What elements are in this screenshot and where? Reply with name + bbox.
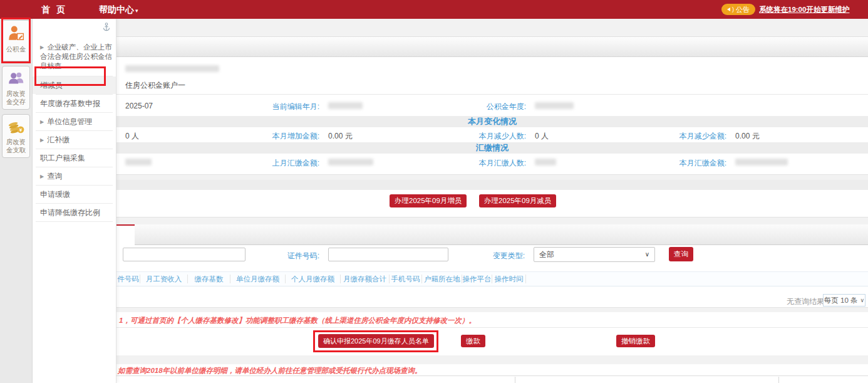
col-header[interactable]: 件号码	[116, 275, 140, 283]
add-amount-value: 0.00 元	[328, 131, 353, 142]
person-edit-icon	[8, 24, 25, 42]
menu-item-huibujiao[interactable]: ▶汇补缴	[33, 131, 116, 149]
remove-member-button[interactable]: 办理2025年09月减员	[479, 194, 556, 207]
menu-item-hukou-collect[interactable]: 职工户籍采集	[33, 149, 116, 167]
icon-sidebar: 公积金 房改资金交存 ¥ 房改资金支取	[0, 19, 33, 383]
coins-icon: ¥	[8, 118, 25, 135]
minus-amount-value: 0.00 元	[735, 131, 760, 142]
redacted-value	[328, 159, 373, 165]
account-panel: 住房公积金账户一	[116, 57, 868, 95]
add-count-value: 0 人	[125, 131, 139, 142]
chevron-down-icon: ∨	[860, 297, 865, 303]
redacted-value	[735, 159, 788, 165]
nav-home[interactable]: 首 页	[41, 0, 67, 19]
minus-amount-label: 本月减少金额:	[651, 131, 726, 142]
col-header[interactable]: 月工资收入	[140, 275, 188, 283]
chevron-down-icon: ▾	[135, 8, 138, 14]
confirm-declare-button[interactable]: 确认申报2025年09月缴存人员名单	[318, 334, 434, 348]
footer-table-top	[116, 375, 868, 383]
expand-arrow-icon: ▶	[40, 119, 44, 125]
fund-year-label: 公积金年度:	[451, 102, 526, 112]
redacted-company-name	[125, 65, 219, 72]
redacted-value	[125, 159, 152, 165]
member-panel-header-bar	[116, 180, 868, 190]
last-amount-label: 上月汇缴金额:	[244, 158, 319, 169]
pagination-row: 无查询结果 每页 10 条 ∨	[116, 293, 868, 308]
col-header[interactable]: 手机号码	[390, 275, 422, 283]
cur-count-label: 本月汇缴人数:	[451, 158, 526, 169]
menu-item-apply-lower-ratio[interactable]: 申请降低缴存比例	[33, 204, 116, 221]
menu-item-enterprise-check[interactable]: ▶企业破产、企业上市合法合规住房公积金信息核查	[33, 39, 116, 76]
add-member-button[interactable]: 办理2025年09月增员	[390, 194, 467, 207]
announcement-badge: ) 公告	[721, 4, 755, 15]
id-number-input[interactable]	[328, 248, 448, 261]
pay-button[interactable]: 缴款	[461, 335, 485, 347]
minus-count-label: 本月减少人数:	[451, 131, 526, 142]
panel-header-bar	[116, 36, 868, 57]
edit-month-row: 2025-07 当前编辑年月: 公积金年度:	[116, 95, 868, 116]
no-result-text: 无查询结果	[787, 296, 824, 307]
menu-item-query[interactable]: ▶查询	[33, 167, 116, 185]
per-page-select[interactable]: 每页 10 条 ∨	[823, 294, 865, 307]
cancel-pay-button[interactable]: 撤销缴款	[616, 335, 655, 347]
sidebar-item-label: 房改资金支取	[3, 137, 29, 157]
col-header[interactable]: 缴存基数	[188, 275, 230, 283]
expand-arrow-icon: ▶	[40, 174, 44, 179]
redacted-value	[535, 102, 574, 109]
edit-month-value: 2025-07	[125, 102, 153, 110]
col-header[interactable]: 操作平台	[462, 275, 492, 283]
cur-amount-label: 本月汇缴金额:	[651, 158, 726, 169]
expand-arrow-icon: ▶	[40, 45, 44, 50]
id-number-label: 证件号码:	[244, 251, 319, 261]
people-icon	[8, 70, 25, 87]
notice-text-2: 如需查询2018年以前单位缴存明细，请单位经办人前往任意管理部或受托银行代办点现…	[118, 366, 422, 375]
sidebar-item-fanggai-withdraw[interactable]: ¥ 房改资金支取	[2, 114, 30, 158]
svg-text:¥: ¥	[19, 127, 22, 133]
notice-text-1: 1，可通过首页的【个人缴存基数修改】功能调整职工缴存基数（线上渠道住房公积金年度…	[119, 316, 476, 325]
anchor-pin-icon[interactable]	[103, 23, 110, 33]
table-header-row: 件号码 月工资收入 缴存基数 单位月缴存额 个人月缴存额 月缴存额合计 手机号码…	[116, 271, 868, 286]
chevron-down-icon: ∨	[645, 248, 649, 261]
pay-actions-panel	[116, 328, 868, 355]
col-header[interactable]: 户籍所在地	[422, 275, 462, 283]
col-header[interactable]: 操作时间	[492, 275, 526, 283]
tab-bar	[116, 224, 868, 245]
query-button[interactable]: 查询	[669, 247, 693, 261]
name-input[interactable]	[123, 248, 245, 261]
sidebar-item-label: 房改资金交存	[3, 88, 29, 109]
monthly-change-row: 0 人 本月增加金额: 0.00 元 本月减少人数: 0 人 本月减少金额: 0…	[116, 127, 868, 142]
notice-row-1: 1，可通过首页的【个人缴存基数修改】功能调整职工缴存基数（线上渠道住房公积金年度…	[116, 312, 868, 328]
monthly-change-section-bar: 本月变化情况	[116, 116, 868, 127]
col-header[interactable]: 月缴存额合计	[341, 275, 390, 283]
maintenance-notice-link[interactable]: 系统将在19:00开始更新维护	[759, 0, 849, 19]
remittance-row: 上月汇缴金额: 本月汇缴人数: 本月汇缴金额:	[116, 154, 868, 175]
redacted-value	[328, 102, 363, 109]
redacted-value	[535, 159, 556, 165]
section-title: 本月变化情况	[468, 117, 517, 126]
menu-item-apply-defer[interactable]: 申请缓缴	[33, 186, 116, 203]
speaker-icon	[727, 8, 730, 11]
sidebar-item-fanggai-deposit[interactable]: 房改资金交存	[2, 66, 30, 110]
add-amount-label: 本月增加金额:	[244, 131, 319, 142]
menu-item-zengjianyuan[interactable]: 增减员	[33, 76, 116, 94]
section-title: 汇缴情况	[476, 143, 509, 152]
nav-help-center[interactable]: 帮助中心▾	[99, 0, 138, 20]
change-type-select[interactable]: 全部 ∨	[534, 247, 655, 262]
menu-item-annual-base-declare[interactable]: 年度缴存基数申报	[33, 95, 116, 112]
filter-row: 证件号码: 变更类型: 全部 ∨	[116, 245, 868, 271]
flyout-menu: ▶企业破产、企业上市合法合规住房公积金信息核查 增减员 年度缴存基数申报 ▶单位…	[33, 19, 116, 383]
top-bar: 首 页 帮助中心▾ ) 公告 系统将在19:00开始更新维护	[0, 0, 868, 19]
change-type-label: 变更类型:	[450, 251, 525, 261]
sidebar-item-label: 公积金	[3, 44, 29, 56]
menu-item-unit-info[interactable]: ▶单位信息管理	[33, 113, 116, 130]
notice-row-2: 如需查询2018年以前单位缴存明细，请单位经办人前往任意管理部或受托银行代办点现…	[116, 364, 868, 375]
minus-count-value: 0 人	[535, 131, 549, 142]
expand-arrow-icon: ▶	[40, 137, 44, 143]
remittance-section-bar: 汇缴情况	[116, 142, 868, 154]
sidebar-item-gongjijin[interactable]: 公积金	[2, 20, 30, 61]
col-header[interactable]: 个人月缴存额	[286, 275, 341, 283]
table-body-empty	[116, 286, 868, 293]
account-name: 住房公积金账户一	[125, 80, 185, 91]
col-header[interactable]: 单位月缴存额	[230, 275, 286, 283]
current-edit-month-label: 当前编辑年月:	[244, 102, 319, 112]
